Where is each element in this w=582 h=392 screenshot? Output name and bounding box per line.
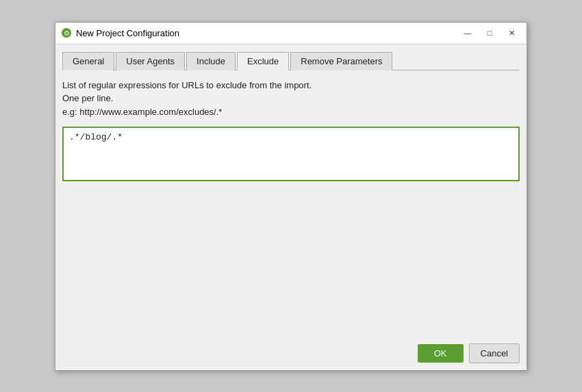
tab-exclude[interactable]: Exclude bbox=[237, 52, 289, 70]
window-content: General User Agents Include Exclude Remo… bbox=[55, 44, 527, 370]
close-button[interactable]: ✕ bbox=[502, 25, 521, 40]
main-window: ⚙ New Project Configuration — □ ✕ Genera… bbox=[55, 22, 527, 371]
tab-remove-parameters[interactable]: Remove Parameters bbox=[290, 52, 392, 70]
maximize-button[interactable]: □ bbox=[480, 25, 499, 40]
description-line1: List of regular expressions for URLs to … bbox=[62, 80, 312, 90]
minimize-button[interactable]: — bbox=[458, 25, 477, 40]
description-text: List of regular expressions for URLs to … bbox=[62, 79, 520, 119]
tab-include[interactable]: Include bbox=[186, 52, 236, 70]
description-line3: e.g: http://www.example.com/excludes/.* bbox=[62, 107, 222, 117]
description-line2: One per line. bbox=[62, 93, 113, 103]
svg-text:⚙: ⚙ bbox=[64, 29, 70, 37]
title-bar: ⚙ New Project Configuration — □ ✕ bbox=[55, 23, 527, 44]
tab-bar: General User Agents Include Exclude Remo… bbox=[62, 51, 520, 70]
tab-content-exclude: List of regular expressions for URLs to … bbox=[62, 79, 520, 337]
footer: OK Cancel bbox=[62, 337, 520, 363]
exclude-textarea[interactable]: .*/blog/.* bbox=[62, 127, 520, 181]
textarea-container: .*/blog/.* bbox=[62, 127, 520, 263]
ok-button[interactable]: OK bbox=[418, 344, 464, 363]
window-title: New Project Configuration bbox=[76, 28, 458, 38]
tab-user-agents[interactable]: User Agents bbox=[116, 52, 185, 70]
tab-general[interactable]: General bbox=[62, 52, 114, 70]
window-icon: ⚙ bbox=[61, 27, 72, 38]
cancel-button[interactable]: Cancel bbox=[469, 343, 520, 363]
window-controls: — □ ✕ bbox=[458, 25, 521, 40]
